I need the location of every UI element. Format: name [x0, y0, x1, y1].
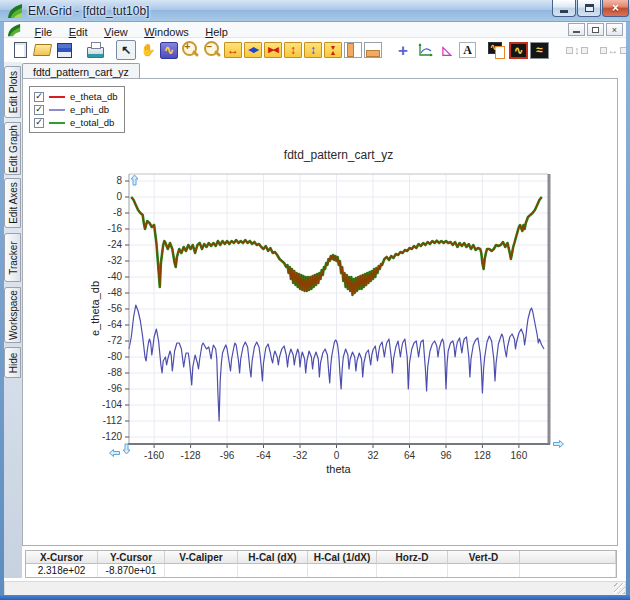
text-tool-icon[interactable]: A — [459, 42, 476, 58]
legend: ✓e_theta_db✓e_phi_db✓e_total_db — [29, 86, 125, 133]
svg-text:-160: -160 — [144, 450, 164, 461]
app-logo-icon — [7, 3, 23, 19]
equalize-widths-icon: ↔ — [596, 40, 626, 60]
sidebar-tab-edit-graph[interactable]: Edit Graph — [4, 122, 21, 175]
pan-tool-icon[interactable]: ✋ — [138, 40, 158, 60]
shrink-y-axis-icon[interactable]: ↕ — [304, 42, 322, 58]
copy-graph-icon[interactable]: ∿ — [487, 40, 507, 60]
new-graph-window-icon[interactable]: ∿ — [509, 42, 528, 59]
legend-checkbox-e_total_db[interactable]: ✓ — [34, 118, 44, 128]
new-document-icon[interactable] — [10, 40, 30, 60]
legend-label: e_total_db — [70, 117, 114, 128]
title-bar[interactable]: EM.Grid - [fdtd_tut10b] × — [0, 0, 630, 22]
mdi-close-icon: × — [612, 25, 617, 35]
expand-y-axis-icon[interactable]: ↕ — [284, 42, 302, 58]
sidebar-tab-hide[interactable]: Hide — [4, 347, 21, 378]
fit-y-axis-icon[interactable]: ▼▲ — [324, 42, 342, 58]
cursor-readout-table: X-CursorY-CursorV-CaliperH-Cal (dX)H-Cal… — [25, 550, 617, 578]
tab-bar: fdtd_pattern_cart_yz — [22, 62, 140, 79]
svg-text:-120: -120 — [102, 431, 122, 442]
cursor-value: -8.870e+01 — [98, 564, 165, 577]
sidebar-tab-workspace[interactable]: Workspace — [4, 287, 21, 343]
svg-text:-112: -112 — [103, 415, 123, 426]
close-icon: × — [612, 1, 619, 15]
svg-text:8: 8 — [116, 175, 122, 186]
save-icon[interactable] — [54, 40, 74, 60]
resize-grip[interactable] — [614, 583, 625, 594]
maximize-icon — [585, 4, 594, 12]
menu-edit[interactable]: Edit — [63, 25, 94, 39]
split-vertical-icon[interactable] — [344, 42, 362, 58]
overlay-graphs-icon[interactable]: ≈ — [530, 42, 549, 59]
sidebar-tab-tracker[interactable]: Tracker — [4, 233, 21, 282]
mdi-restore-button[interactable] — [587, 23, 604, 36]
chart-plot-area[interactable]: -160-128-96-64-32032649612816080-8-16-24… — [87, 146, 567, 476]
svg-text:-40: -40 — [108, 271, 123, 282]
svg-text:-128: -128 — [181, 450, 201, 461]
window-frame-left — [0, 22, 4, 600]
equalize-heights-icon: ↕ — [560, 40, 594, 60]
maximize-button[interactable] — [577, 0, 601, 17]
svg-text:-8: -8 — [113, 207, 122, 218]
legend-checkbox-e_phi_db[interactable]: ✓ — [34, 105, 44, 115]
menu-file[interactable]: File — [28, 25, 58, 39]
legend-checkbox-e_theta_db[interactable]: ✓ — [34, 92, 44, 102]
minimize-button[interactable] — [552, 0, 576, 17]
svg-text:-96: -96 — [108, 383, 123, 394]
minimize-icon — [560, 10, 568, 13]
menu-view[interactable]: View — [98, 25, 134, 39]
svg-text:-72: -72 — [108, 335, 123, 346]
window-frame-right — [626, 22, 630, 600]
cursor-value — [448, 564, 520, 577]
svg-text:-32: -32 — [293, 450, 308, 461]
cursor-col-header: X-Cursor — [26, 551, 98, 564]
svg-text:-88: -88 — [108, 367, 123, 378]
expand-x-axis-icon[interactable]: ↔ — [224, 42, 242, 58]
cursor-col-header: Vert-D — [448, 551, 520, 564]
cursor-value — [308, 564, 377, 577]
open-folder-icon[interactable] — [32, 40, 52, 60]
sidebar-tabstrip: Edit PlotsEdit GraphEdit AxesTrackerWork… — [4, 62, 22, 578]
axes-tool-icon[interactable] — [415, 40, 435, 60]
cursor-col-header: H-Cal (1/dX) — [308, 551, 377, 564]
cursor-value — [520, 564, 616, 577]
mdi-close-button[interactable]: × — [606, 23, 623, 36]
zoom-region-tool-icon[interactable]: ∿ — [160, 42, 178, 59]
sidebar-tab-edit-plots[interactable]: Edit Plots — [4, 66, 21, 118]
mdi-minimize-button[interactable] — [568, 23, 585, 36]
svg-text:64: 64 — [404, 450, 416, 461]
angle-tool-icon[interactable]: ◺ — [437, 40, 457, 60]
cursor-value — [238, 564, 308, 577]
x-axis-label: theta — [326, 463, 351, 475]
mdi-restore-icon — [592, 27, 599, 33]
split-horizontal-icon[interactable] — [364, 42, 382, 58]
fit-x-axis-icon[interactable]: ▶◀ — [264, 42, 282, 58]
sidebar-tab-edit-axes[interactable]: Edit Axes — [4, 178, 21, 228]
svg-text:-48: -48 — [108, 287, 123, 298]
pan-down-arrow[interactable] — [123, 444, 130, 454]
mdi-minimize-icon — [573, 31, 580, 33]
svg-text:-104: -104 — [102, 399, 122, 410]
pan-right-arrow[interactable] — [554, 441, 564, 448]
pan-left-arrow[interactable] — [110, 450, 120, 457]
print-icon[interactable] — [85, 40, 105, 60]
chart-title: fdtd_pattern_cart_yz — [284, 148, 393, 162]
cursor-value: 2.318e+02 — [26, 564, 98, 577]
close-button[interactable]: × — [602, 0, 629, 17]
pan-up-arrow[interactable] — [131, 175, 138, 185]
select-tool-icon[interactable]: ↖ — [116, 40, 136, 60]
cursor-col-header: V-Caliper — [165, 551, 238, 564]
svg-text:-64: -64 — [256, 450, 271, 461]
zoom-out-icon[interactable]: − — [202, 40, 222, 60]
legend-swatch-e_phi_db — [49, 109, 65, 111]
svg-text:128: 128 — [474, 450, 491, 461]
cursor-col-header — [520, 551, 616, 564]
menu-help[interactable]: Help — [199, 25, 234, 39]
shrink-x-axis-icon[interactable]: ◀▶ — [244, 42, 262, 58]
chart-panel: ✓e_theta_db✓e_phi_db✓e_total_db -160-128… — [22, 78, 618, 546]
crosshair-tool-icon[interactable]: + — [393, 40, 413, 60]
menu-windows[interactable]: Windows — [138, 25, 195, 39]
svg-text:0: 0 — [116, 191, 122, 202]
app-menu-icon[interactable] — [7, 23, 21, 37]
zoom-in-icon[interactable]: + — [180, 40, 200, 60]
